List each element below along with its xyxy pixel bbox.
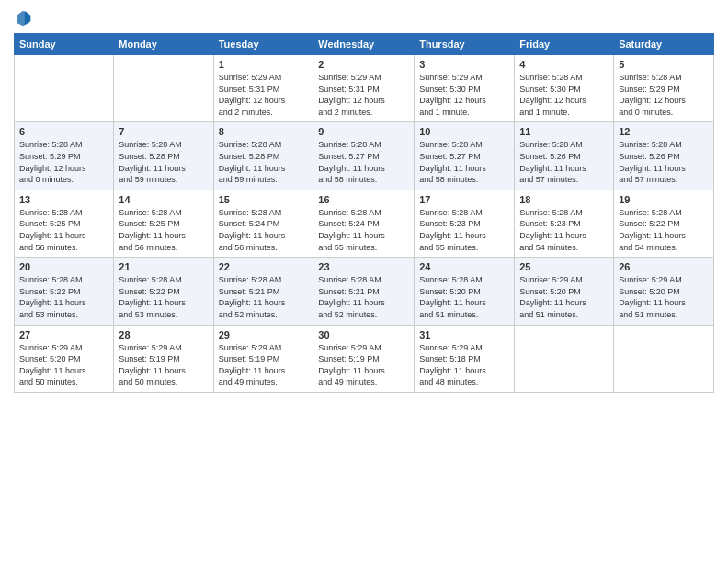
day-detail: Sunrise: 5:28 AM Sunset: 5:27 PM Dayligh…	[318, 139, 409, 185]
calendar-cell: 22Sunrise: 5:28 AM Sunset: 5:21 PM Dayli…	[213, 258, 313, 325]
calendar-week-row: 20Sunrise: 5:28 AM Sunset: 5:22 PM Dayli…	[15, 258, 714, 325]
day-number: 19	[619, 194, 709, 205]
calendar-week-row: 13Sunrise: 5:28 AM Sunset: 5:25 PM Dayli…	[15, 190, 714, 257]
calendar-cell	[515, 325, 614, 392]
day-number: 21	[119, 261, 208, 272]
calendar-cell: 15Sunrise: 5:28 AM Sunset: 5:24 PM Dayli…	[213, 190, 313, 257]
calendar-cell: 4Sunrise: 5:28 AM Sunset: 5:30 PM Daylig…	[515, 55, 614, 122]
calendar-week-row: 6Sunrise: 5:28 AM Sunset: 5:29 PM Daylig…	[15, 122, 714, 190]
day-detail: Sunrise: 5:28 AM Sunset: 5:22 PM Dayligh…	[619, 207, 709, 253]
day-detail: Sunrise: 5:29 AM Sunset: 5:20 PM Dayligh…	[519, 274, 609, 320]
day-number: 26	[619, 261, 709, 272]
calendar-cell: 26Sunrise: 5:29 AM Sunset: 5:20 PM Dayli…	[614, 258, 714, 325]
day-detail: Sunrise: 5:28 AM Sunset: 5:23 PM Dayligh…	[519, 207, 609, 253]
weekday-header-saturday: Saturday	[614, 34, 714, 55]
day-detail: Sunrise: 5:29 AM Sunset: 5:31 PM Dayligh…	[318, 72, 409, 118]
day-number: 1	[219, 59, 309, 70]
day-detail: Sunrise: 5:29 AM Sunset: 5:19 PM Dayligh…	[219, 342, 309, 388]
day-number: 30	[318, 329, 409, 340]
day-detail: Sunrise: 5:29 AM Sunset: 5:18 PM Dayligh…	[419, 342, 509, 388]
day-detail: Sunrise: 5:29 AM Sunset: 5:19 PM Dayligh…	[119, 342, 208, 388]
day-detail: Sunrise: 5:28 AM Sunset: 5:20 PM Dayligh…	[419, 274, 509, 320]
day-number: 8	[219, 126, 309, 137]
day-number: 25	[519, 261, 609, 272]
day-number: 15	[219, 194, 309, 205]
calendar-cell: 25Sunrise: 5:29 AM Sunset: 5:20 PM Dayli…	[515, 258, 614, 325]
day-number: 22	[219, 261, 309, 272]
calendar-cell: 11Sunrise: 5:28 AM Sunset: 5:26 PM Dayli…	[515, 122, 614, 190]
day-detail: Sunrise: 5:28 AM Sunset: 5:28 PM Dayligh…	[119, 139, 208, 185]
calendar-week-row: 1Sunrise: 5:29 AM Sunset: 5:31 PM Daylig…	[15, 55, 714, 122]
day-number: 23	[318, 261, 409, 272]
calendar-cell: 24Sunrise: 5:28 AM Sunset: 5:20 PM Dayli…	[415, 258, 515, 325]
calendar-cell: 30Sunrise: 5:29 AM Sunset: 5:19 PM Dayli…	[313, 325, 415, 392]
day-number: 9	[318, 126, 409, 137]
day-detail: Sunrise: 5:29 AM Sunset: 5:19 PM Dayligh…	[318, 342, 409, 388]
day-detail: Sunrise: 5:28 AM Sunset: 5:25 PM Dayligh…	[119, 207, 208, 253]
calendar-cell: 16Sunrise: 5:28 AM Sunset: 5:24 PM Dayli…	[313, 190, 415, 257]
day-number: 27	[19, 329, 108, 340]
day-detail: Sunrise: 5:28 AM Sunset: 5:29 PM Dayligh…	[619, 72, 709, 118]
day-number: 18	[519, 194, 609, 205]
day-number: 11	[519, 126, 609, 137]
day-detail: Sunrise: 5:28 AM Sunset: 5:21 PM Dayligh…	[318, 274, 409, 320]
svg-marker-1	[25, 11, 31, 25]
day-detail: Sunrise: 5:28 AM Sunset: 5:22 PM Dayligh…	[119, 274, 208, 320]
day-number: 13	[19, 194, 108, 205]
day-number: 14	[119, 194, 208, 205]
day-number: 4	[519, 59, 609, 70]
day-number: 28	[119, 329, 208, 340]
day-number: 29	[219, 329, 309, 340]
calendar-page: SundayMondayTuesdayWednesdayThursdayFrid…	[0, 0, 728, 563]
calendar-cell: 27Sunrise: 5:29 AM Sunset: 5:20 PM Dayli…	[15, 325, 114, 392]
calendar-cell: 14Sunrise: 5:28 AM Sunset: 5:25 PM Dayli…	[114, 190, 213, 257]
day-detail: Sunrise: 5:28 AM Sunset: 5:30 PM Dayligh…	[519, 72, 609, 118]
calendar-cell: 29Sunrise: 5:29 AM Sunset: 5:19 PM Dayli…	[213, 325, 313, 392]
calendar-cell	[614, 325, 714, 392]
logo	[14, 9, 36, 28]
calendar-cell: 20Sunrise: 5:28 AM Sunset: 5:22 PM Dayli…	[15, 258, 114, 325]
day-detail: Sunrise: 5:28 AM Sunset: 5:21 PM Dayligh…	[219, 274, 309, 320]
calendar-cell: 6Sunrise: 5:28 AM Sunset: 5:29 PM Daylig…	[15, 122, 114, 190]
day-detail: Sunrise: 5:28 AM Sunset: 5:22 PM Dayligh…	[19, 274, 108, 320]
day-number: 16	[318, 194, 409, 205]
calendar-cell: 13Sunrise: 5:28 AM Sunset: 5:25 PM Dayli…	[15, 190, 114, 257]
day-detail: Sunrise: 5:28 AM Sunset: 5:26 PM Dayligh…	[619, 139, 709, 185]
calendar-cell: 28Sunrise: 5:29 AM Sunset: 5:19 PM Dayli…	[114, 325, 213, 392]
calendar-cell: 1Sunrise: 5:29 AM Sunset: 5:31 PM Daylig…	[213, 55, 313, 122]
calendar-week-row: 27Sunrise: 5:29 AM Sunset: 5:20 PM Dayli…	[15, 325, 714, 392]
day-detail: Sunrise: 5:28 AM Sunset: 5:27 PM Dayligh…	[419, 139, 509, 185]
calendar-cell: 12Sunrise: 5:28 AM Sunset: 5:26 PM Dayli…	[614, 122, 714, 190]
day-detail: Sunrise: 5:29 AM Sunset: 5:20 PM Dayligh…	[619, 274, 709, 320]
day-number: 5	[619, 59, 709, 70]
weekday-header-row: SundayMondayTuesdayWednesdayThursdayFrid…	[15, 34, 714, 55]
calendar-cell: 21Sunrise: 5:28 AM Sunset: 5:22 PM Dayli…	[114, 258, 213, 325]
calendar-cell	[114, 55, 213, 122]
day-number: 24	[419, 261, 509, 272]
weekday-header-monday: Monday	[114, 34, 213, 55]
day-number: 7	[119, 126, 208, 137]
calendar-cell: 10Sunrise: 5:28 AM Sunset: 5:27 PM Dayli…	[415, 122, 515, 190]
weekday-header-wednesday: Wednesday	[313, 34, 415, 55]
calendar-cell: 9Sunrise: 5:28 AM Sunset: 5:27 PM Daylig…	[313, 122, 415, 190]
day-number: 2	[318, 59, 409, 70]
calendar-cell: 19Sunrise: 5:28 AM Sunset: 5:22 PM Dayli…	[614, 190, 714, 257]
day-detail: Sunrise: 5:28 AM Sunset: 5:24 PM Dayligh…	[318, 207, 409, 253]
day-number: 17	[419, 194, 509, 205]
day-number: 6	[19, 126, 108, 137]
day-detail: Sunrise: 5:28 AM Sunset: 5:24 PM Dayligh…	[219, 207, 309, 253]
calendar-cell: 31Sunrise: 5:29 AM Sunset: 5:18 PM Dayli…	[415, 325, 515, 392]
calendar-table: SundayMondayTuesdayWednesdayThursdayFrid…	[14, 33, 714, 393]
calendar-cell: 7Sunrise: 5:28 AM Sunset: 5:28 PM Daylig…	[114, 122, 213, 190]
day-detail: Sunrise: 5:29 AM Sunset: 5:31 PM Dayligh…	[219, 72, 309, 118]
calendar-cell: 23Sunrise: 5:28 AM Sunset: 5:21 PM Dayli…	[313, 258, 415, 325]
calendar-cell: 8Sunrise: 5:28 AM Sunset: 5:28 PM Daylig…	[213, 122, 313, 190]
calendar-cell: 18Sunrise: 5:28 AM Sunset: 5:23 PM Dayli…	[515, 190, 614, 257]
day-detail: Sunrise: 5:28 AM Sunset: 5:25 PM Dayligh…	[19, 207, 108, 253]
calendar-cell	[15, 55, 114, 122]
calendar-cell: 5Sunrise: 5:28 AM Sunset: 5:29 PM Daylig…	[614, 55, 714, 122]
calendar-cell: 3Sunrise: 5:29 AM Sunset: 5:30 PM Daylig…	[415, 55, 515, 122]
logo-icon	[14, 9, 32, 28]
page-header	[14, 9, 714, 28]
day-detail: Sunrise: 5:28 AM Sunset: 5:23 PM Dayligh…	[419, 207, 509, 253]
